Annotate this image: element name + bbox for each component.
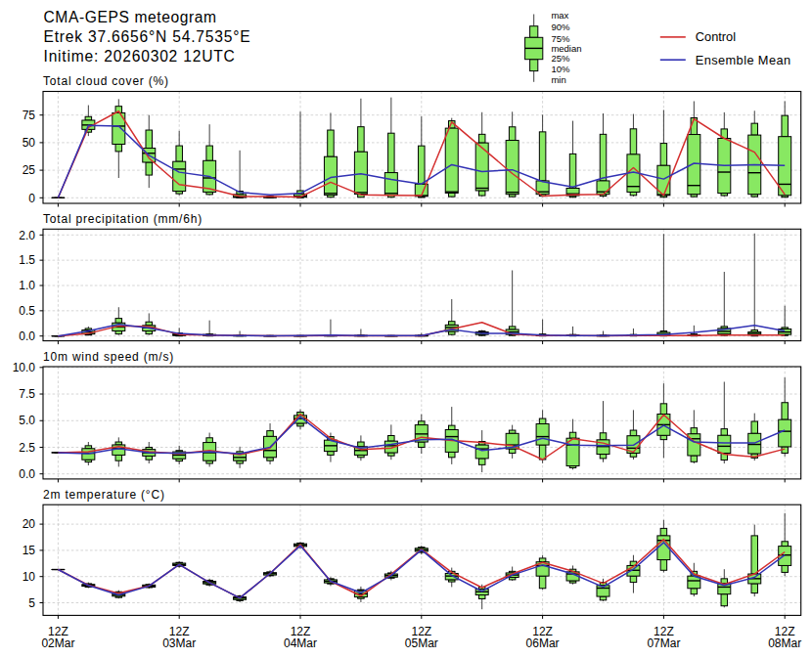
svg-text:0.5: 0.5 xyxy=(19,304,35,318)
svg-text:1.0: 1.0 xyxy=(19,279,35,292)
svg-text:05Mar: 05Mar xyxy=(405,636,438,650)
svg-text:0.0: 0.0 xyxy=(19,467,35,481)
svg-text:90%: 90% xyxy=(551,22,570,32)
svg-text:20: 20 xyxy=(23,517,36,531)
svg-text:0: 0 xyxy=(28,192,35,205)
svg-text:15: 15 xyxy=(23,544,36,557)
svg-text:25: 25 xyxy=(23,163,36,177)
svg-text:07Mar: 07Mar xyxy=(647,636,680,650)
svg-text:04Mar: 04Mar xyxy=(284,636,317,650)
svg-text:50: 50 xyxy=(23,136,36,150)
svg-text:Total cloud cover (%): Total cloud cover (%) xyxy=(43,74,169,88)
svg-text:max: max xyxy=(551,10,568,21)
svg-text:02Mar: 02Mar xyxy=(41,636,74,650)
svg-text:06Mar: 06Mar xyxy=(526,636,560,650)
svg-text:25%: 25% xyxy=(551,53,570,64)
svg-text:0.0: 0.0 xyxy=(19,329,35,343)
svg-text:Initime: 20260302 12UTC: Initime: 20260302 12UTC xyxy=(44,48,236,65)
svg-text:2.5: 2.5 xyxy=(19,441,35,455)
svg-text:1.5: 1.5 xyxy=(19,253,35,267)
svg-text:5: 5 xyxy=(28,596,35,610)
svg-text:2m temperature (°C): 2m temperature (°C) xyxy=(43,488,165,502)
svg-text:Total precipitation (mm/6h): Total precipitation (mm/6h) xyxy=(43,212,203,226)
svg-text:5.0: 5.0 xyxy=(19,414,35,427)
svg-text:min: min xyxy=(551,74,565,85)
svg-text:Etrek 37.6656°N 54.7535°E: Etrek 37.6656°N 54.7535°E xyxy=(44,28,251,45)
svg-text:2.0: 2.0 xyxy=(19,229,35,242)
svg-text:10: 10 xyxy=(23,570,36,584)
svg-text:03Mar: 03Mar xyxy=(162,636,196,650)
svg-text:Control: Control xyxy=(696,29,736,44)
svg-text:Ensemble Mean: Ensemble Mean xyxy=(696,53,791,67)
svg-text:CMA-GEPS meteogram: CMA-GEPS meteogram xyxy=(44,9,217,25)
svg-text:10%: 10% xyxy=(551,64,570,74)
svg-text:10m wind speed (m/s): 10m wind speed (m/s) xyxy=(43,350,174,364)
svg-text:10.0: 10.0 xyxy=(13,361,36,374)
svg-text:7.5: 7.5 xyxy=(19,387,35,401)
svg-text:75: 75 xyxy=(23,109,36,122)
svg-text:08Mar: 08Mar xyxy=(768,636,801,650)
